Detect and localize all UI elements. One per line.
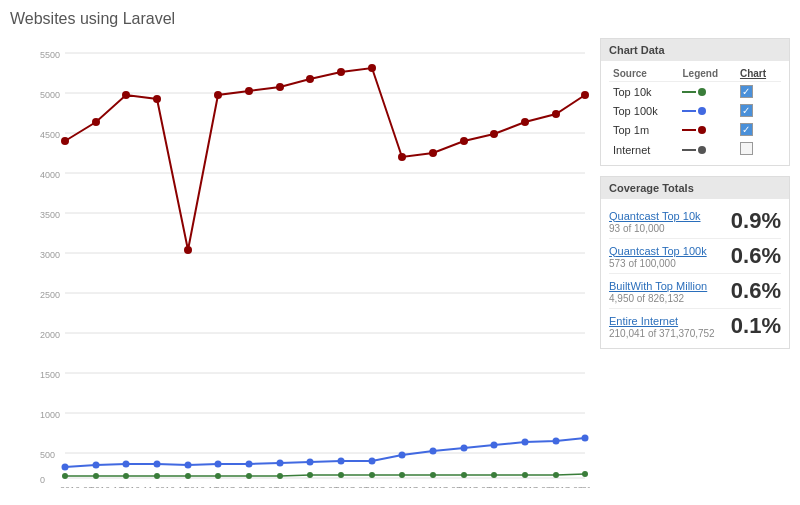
x-label-10: 2017-04 — [365, 485, 398, 488]
dot-green-11 — [399, 472, 405, 478]
dot-blue-11 — [399, 452, 406, 459]
coverage-link-internet[interactable]: Entire Internet — [609, 315, 678, 327]
page-title: Websites using Laravel — [10, 10, 790, 28]
dot-blue-7 — [277, 460, 284, 467]
coverage-item-top10k: Quantcast Top 10k 93 of 10,000 0.9% — [609, 204, 781, 239]
x-label-5: 2017-01 — [215, 485, 248, 488]
checkbox-top10k[interactable]: ✓ — [736, 82, 781, 102]
series-dark-red — [65, 68, 585, 250]
dot-dark-red-15 — [521, 118, 529, 126]
coverage-pct-top100k: 0.6% — [731, 243, 781, 269]
dot-blue-5 — [215, 461, 222, 468]
legend-line-top1m — [682, 129, 696, 131]
source-top100k: Top 100k — [609, 101, 678, 120]
coverage-item-top1m: BuiltWith Top Million 4,950 of 826,132 0… — [609, 274, 781, 309]
coverage-link-top1m[interactable]: BuiltWith Top Million — [609, 280, 707, 292]
dot-green-17 — [582, 471, 588, 477]
dot-blue-13 — [461, 445, 468, 452]
y-label-4000: 4000 — [40, 170, 60, 180]
dot-dark-red-13 — [460, 137, 468, 145]
dot-blue-12 — [430, 448, 437, 455]
x-label-15: 2017-07 — [518, 485, 551, 488]
checkbox-top1m[interactable]: ✓ — [736, 120, 781, 139]
legend-dot-top100k — [698, 107, 706, 115]
dot-green-14 — [491, 472, 497, 478]
source-top1m: Top 1m — [609, 120, 678, 139]
x-label-1: 2016-10 — [90, 485, 123, 488]
checkbox-internet[interactable] — [736, 139, 781, 160]
legend-top10k — [678, 82, 735, 102]
dot-blue-16 — [553, 438, 560, 445]
coverage-link-top100k[interactable]: Quantcast Top 100k — [609, 245, 707, 257]
x-label-4: 2016-12 — [185, 485, 218, 488]
chart-svg-container: 5500 5000 4500 4000 3500 3000 2500 2000 … — [10, 38, 590, 491]
dot-green-5 — [215, 473, 221, 479]
dot-blue-10 — [369, 458, 376, 465]
x-label-8: 2017-03 — [305, 485, 338, 488]
dot-blue-17 — [582, 435, 589, 442]
dot-green-13 — [461, 472, 467, 478]
dot-dark-red-10 — [368, 64, 376, 72]
y-label-1000: 1000 — [40, 410, 60, 420]
dot-blue-15 — [522, 439, 529, 446]
coverage-link-top10k[interactable]: Quantcast Top 10k — [609, 210, 701, 222]
dot-green-7 — [277, 473, 283, 479]
dot-blue-14 — [491, 442, 498, 449]
chart-data-panel: Chart Data Source Legend Chart Top 10k — [600, 38, 790, 166]
coverage-item-top100k: Quantcast Top 100k 573 of 100,000 0.6% — [609, 239, 781, 274]
col-chart: Chart — [736, 66, 781, 82]
dot-blue-3 — [154, 461, 161, 468]
x-label-9: 2017-03 — [335, 485, 368, 488]
legend-line-internet — [682, 149, 696, 151]
x-label-13: 2017-05 — [458, 485, 491, 488]
dot-green-2 — [123, 473, 129, 479]
chart-area: 5500 5000 4500 4000 3500 3000 2500 2000 … — [10, 38, 590, 491]
table-row: Top 100k ✓ — [609, 101, 781, 120]
col-source: Source — [609, 66, 678, 82]
table-row: Top 1m ✓ — [609, 120, 781, 139]
legend-internet — [678, 139, 735, 160]
coverage-totals-header: Coverage Totals — [601, 177, 789, 199]
chart-data-table: Source Legend Chart Top 10k — [609, 66, 781, 160]
dot-dark-red-14 — [490, 130, 498, 138]
coverage-pct-internet: 0.1% — [731, 313, 781, 339]
dot-blue-4 — [185, 462, 192, 469]
x-label-14: 2017-06 — [488, 485, 521, 488]
coverage-sub-internet: 210,041 of 371,370,752 — [609, 328, 731, 339]
main-chart: 5500 5000 4500 4000 3500 3000 2500 2000 … — [10, 38, 590, 488]
dot-dark-red-4 — [184, 246, 192, 254]
table-row: Top 10k ✓ — [609, 82, 781, 102]
legend-dot-top10k — [698, 88, 706, 96]
chart-data-header: Chart Data — [601, 39, 789, 61]
dot-dark-red-6 — [245, 87, 253, 95]
coverage-sub-top10k: 93 of 10,000 — [609, 223, 731, 234]
dot-dark-red-16 — [552, 110, 560, 118]
main-container: 5500 5000 4500 4000 3500 3000 2500 2000 … — [10, 38, 790, 491]
dot-dark-red-8 — [306, 75, 314, 83]
y-label-5500: 5500 — [40, 50, 60, 60]
x-label-2: 2016-11 — [120, 485, 153, 488]
coverage-label-top1m: BuiltWith Top Million 4,950 of 826,132 — [609, 279, 731, 304]
dot-blue-9 — [338, 458, 345, 465]
coverage-label-top100k: Quantcast Top 100k 573 of 100,000 — [609, 244, 731, 269]
source-internet: Internet — [609, 139, 678, 160]
coverage-label-top10k: Quantcast Top 10k 93 of 10,000 — [609, 209, 731, 234]
dot-blue-8 — [307, 459, 314, 466]
chart-data-body: Source Legend Chart Top 10k — [601, 61, 789, 165]
dot-green-6 — [246, 473, 252, 479]
checkbox-top100k[interactable]: ✓ — [736, 101, 781, 120]
y-label-3500: 3500 — [40, 210, 60, 220]
x-label-12: 2017-05 — [428, 485, 461, 488]
dot-dark-red-1 — [92, 118, 100, 126]
legend-top1m — [678, 120, 735, 139]
coverage-sub-top100k: 573 of 100,000 — [609, 258, 731, 269]
dot-dark-red-17 — [581, 91, 589, 99]
y-label-0: 0 — [40, 475, 45, 485]
legend-line-top10k — [682, 91, 696, 93]
dot-green-8 — [307, 472, 313, 478]
y-label-3000: 3000 — [40, 250, 60, 260]
x-label-3: 2016-11 — [155, 485, 188, 488]
y-label-4500: 4500 — [40, 130, 60, 140]
coverage-label-internet: Entire Internet 210,041 of 371,370,752 — [609, 314, 731, 339]
dot-green-9 — [338, 472, 344, 478]
